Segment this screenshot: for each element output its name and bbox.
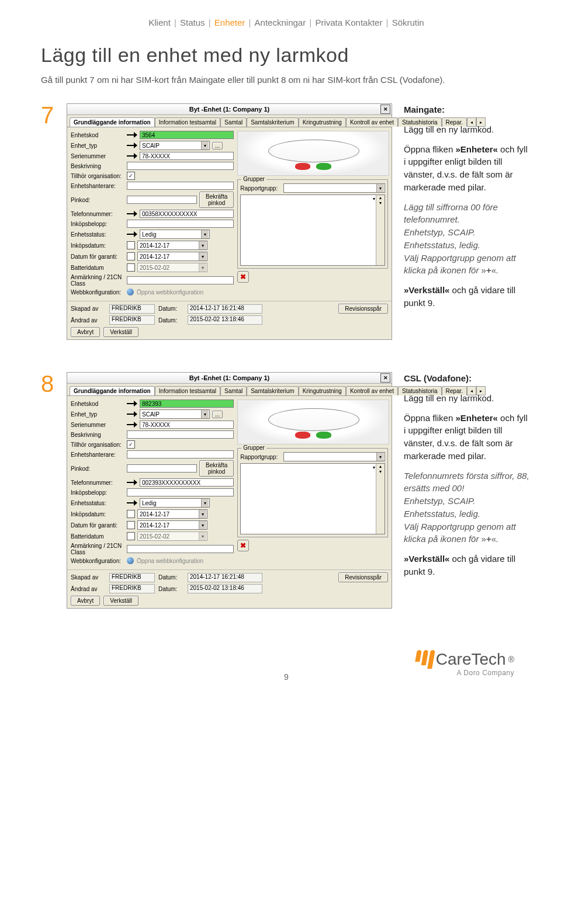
text-input[interactable] xyxy=(127,545,234,553)
delete-button[interactable]: ✖ xyxy=(237,540,249,551)
waves-icon xyxy=(416,650,434,669)
dialog-title: Byt -Enhet (1: Company 1)✕ xyxy=(67,373,392,384)
date-select[interactable]: 2015-02-02 xyxy=(137,263,207,272)
ellipsis-button[interactable]: ... xyxy=(212,411,223,418)
dialog-tab[interactable]: Samtalskriterium xyxy=(247,386,298,395)
text-input[interactable]: 78-XXXXX xyxy=(140,152,234,160)
text-input[interactable] xyxy=(127,220,234,228)
checkbox[interactable] xyxy=(127,252,135,260)
dropdown-select[interactable]: Ledig xyxy=(140,498,210,508)
pointer-arrow-icon xyxy=(127,211,137,217)
checkbox[interactable] xyxy=(127,263,135,272)
rapportgrupp-select[interactable] xyxy=(283,452,385,461)
pinkod-input[interactable] xyxy=(127,464,197,473)
device-image xyxy=(237,131,389,176)
andrad-av-label: Ändrad av xyxy=(71,586,106,592)
bekrafta-pinkod-button[interactable]: Bekräfta pinkod xyxy=(199,192,234,208)
checkbox[interactable]: ✓ xyxy=(127,440,135,449)
brand-name: CareTech xyxy=(436,650,506,669)
dialog-tab[interactable]: Grundläggande information xyxy=(70,117,155,127)
breadcrumb-item[interactable]: Klient xyxy=(148,18,171,27)
avbryt-button[interactable]: Avbryt xyxy=(71,596,100,606)
skapad-av-value: FREDRIKB xyxy=(109,304,155,314)
dialog-tab[interactable]: Kringutrustning xyxy=(299,386,346,395)
pointer-arrow-icon xyxy=(127,422,137,428)
dialog-tab[interactable]: Samtal xyxy=(220,386,247,395)
date-select[interactable]: 2014-12-17 xyxy=(137,252,207,261)
text-input[interactable] xyxy=(127,276,234,284)
close-icon[interactable]: ✕ xyxy=(380,373,390,383)
groups-listbox[interactable]: ▾ xyxy=(240,463,385,534)
dialog-tab[interactable]: Samtalskriterium xyxy=(247,117,298,127)
scrollbar[interactable] xyxy=(376,195,385,265)
andrad-av-value: FREDRIKB xyxy=(109,315,155,325)
skapad-av-value: FREDRIKB xyxy=(109,573,155,582)
text-input[interactable]: 882393 xyxy=(140,400,234,408)
text-input[interactable]: 78-XXXXX xyxy=(140,421,234,429)
chevron-down-icon[interactable]: ▾ xyxy=(373,196,375,202)
x-icon: ✖ xyxy=(240,273,246,281)
date-select[interactable]: 2014-12-17 xyxy=(137,520,207,530)
breadcrumb: Klient | Status | Enheter | Anteckningar… xyxy=(41,18,532,27)
pointer-arrow-icon xyxy=(127,231,137,237)
pointer-arrow-icon xyxy=(127,132,137,138)
pinkod-input[interactable] xyxy=(127,196,197,204)
text-input[interactable] xyxy=(127,182,234,190)
pointer-arrow-icon xyxy=(127,480,137,485)
revision-button[interactable]: Revisionsspår xyxy=(338,304,388,314)
step-instructions: Maingate:Lägg till en ny larmkod.Öppna f… xyxy=(404,103,532,340)
andrad-av-value: FREDRIKB xyxy=(109,584,155,593)
checkbox[interactable] xyxy=(127,510,135,518)
dialog-tab[interactable]: Samtal xyxy=(220,117,247,127)
verkstall-button[interactable]: Verkställ xyxy=(103,596,138,606)
dropdown-select[interactable]: SCAIP xyxy=(140,409,210,419)
step-number: 7 xyxy=(41,103,57,340)
breadcrumb-item[interactable]: Privata Kontakter xyxy=(315,18,382,27)
dialog-tab[interactable]: Kringutrustning xyxy=(299,117,346,127)
dialog-footer: Skapad avFREDRIKBDatum:2014-12-17 16:21:… xyxy=(67,301,392,339)
verkstall-button[interactable]: Verkställ xyxy=(103,327,138,337)
breadcrumb-item[interactable]: Enheter xyxy=(214,18,245,27)
pointer-arrow-icon xyxy=(127,143,137,148)
open-web-config-link[interactable]: Öppna webbkonfiguration xyxy=(127,289,203,296)
rapportgrupp-select[interactable] xyxy=(283,183,385,193)
dropdown-select[interactable]: SCAIP xyxy=(140,141,210,150)
dialog-screenshot: Byt -Enhet (1: Company 1)✕Grundläggande … xyxy=(67,372,392,609)
bekrafta-pinkod-button[interactable]: Bekräfta pinkod xyxy=(199,460,234,477)
text-input[interactable]: 3564 xyxy=(140,131,234,139)
checkbox[interactable] xyxy=(127,241,135,249)
text-input[interactable]: 00358XXXXXXXXXX xyxy=(140,210,234,218)
dialog-tab[interactable]: Kontroll av enhet xyxy=(346,117,398,127)
dropdown-select[interactable]: Ledig xyxy=(140,230,210,239)
date-select[interactable]: 2015-02-02 xyxy=(137,532,207,541)
ellipsis-button[interactable]: ... xyxy=(212,142,223,150)
text-input[interactable]: 002393XXXXXXXXXX xyxy=(140,478,234,487)
dialog-tab[interactable]: Grundläggande information xyxy=(70,386,155,395)
chevron-down-icon[interactable]: ▾ xyxy=(373,465,375,470)
date-select[interactable]: 2014-12-17 xyxy=(137,241,207,250)
scrollbar[interactable] xyxy=(376,464,385,534)
dialog-tab[interactable]: Information testsamtal xyxy=(155,117,220,127)
groups-listbox[interactable]: ▾ xyxy=(240,194,385,266)
pointer-arrow-icon xyxy=(127,411,137,417)
text-input[interactable] xyxy=(127,430,234,439)
close-icon[interactable]: ✕ xyxy=(380,105,390,114)
open-web-config-link[interactable]: Öppna webbkonfiguration xyxy=(127,557,203,564)
dialog-tab[interactable]: Information testsamtal xyxy=(155,386,220,395)
date-select[interactable]: 2014-12-17 xyxy=(137,509,207,519)
dialog-footer: Skapad avFREDRIKBDatum:2014-12-17 16:21:… xyxy=(67,569,392,608)
text-input[interactable] xyxy=(127,488,234,496)
checkbox[interactable] xyxy=(127,521,135,529)
skapad-av-label: Skapad av xyxy=(71,574,106,581)
breadcrumb-item[interactable]: Sökrutin xyxy=(392,18,424,27)
delete-button[interactable]: ✖ xyxy=(237,271,249,283)
revision-button[interactable]: Revisionsspår xyxy=(338,572,388,582)
checkbox[interactable]: ✓ xyxy=(127,172,135,180)
text-input[interactable] xyxy=(127,450,234,458)
avbryt-button[interactable]: Avbryt xyxy=(71,327,100,337)
dialog-tab[interactable]: Kontroll av enhet xyxy=(346,386,398,395)
breadcrumb-item[interactable]: Status xyxy=(180,18,205,27)
text-input[interactable] xyxy=(127,162,234,170)
checkbox[interactable] xyxy=(127,532,135,540)
breadcrumb-item[interactable]: Anteckningar xyxy=(255,18,306,27)
